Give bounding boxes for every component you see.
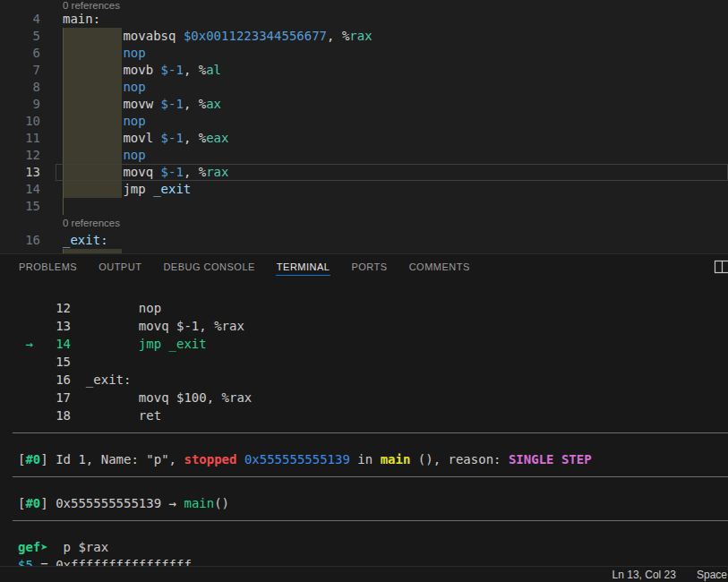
editor-line[interactable]: 7 movb $-1, %al xyxy=(0,62,728,79)
token: 13 movq $-1, %rax xyxy=(18,319,244,333)
token: main: xyxy=(63,12,100,26)
editor-line[interactable]: 12 nop xyxy=(0,147,728,164)
token: ] xyxy=(40,496,56,510)
panel-tab-label: PROBLEMS xyxy=(18,258,78,276)
panel-tab-terminal[interactable]: TERMINAL xyxy=(266,254,341,278)
codelens-label[interactable]: 0 references xyxy=(63,215,728,232)
terminal-separator xyxy=(18,476,728,494)
terminal-line: 16 _exit: xyxy=(18,371,728,389)
line-number: 4 xyxy=(0,11,63,28)
token: jmp xyxy=(63,182,153,196)
codelens-label[interactable]: 0 references xyxy=(63,0,728,11)
panel-tab-label: OUTPUT xyxy=(98,258,142,276)
code-text xyxy=(63,198,728,215)
code-text: movw $-1, %ax xyxy=(63,96,728,113)
line-number: 5 xyxy=(0,28,63,45)
editor-line[interactable]: 14 jmp _exit xyxy=(0,181,728,198)
token: $-1 xyxy=(161,165,184,179)
token: main xyxy=(381,452,411,466)
cursor-position-indicator[interactable]: Ln 13, Col 23 xyxy=(612,569,676,581)
token: movl xyxy=(63,131,161,145)
split-panel-icon[interactable] xyxy=(714,260,728,274)
line-number: 6 xyxy=(0,45,63,62)
editor-line[interactable]: 15 xyxy=(0,198,728,215)
code-text: movl $-1, %eax xyxy=(63,130,728,147)
token xyxy=(63,80,123,94)
editor-line[interactable]: 6 nop xyxy=(0,45,728,62)
code-text: nop xyxy=(63,147,728,164)
token xyxy=(63,148,123,162)
editor-line[interactable]: 10 nop xyxy=(0,113,728,130)
token: rax xyxy=(206,165,228,179)
panel-tab-debug-console[interactable]: DEBUG CONSOLE xyxy=(152,254,265,278)
token: 18 ret xyxy=(18,408,161,423)
terminal-rows: 12 nop 13 movq $-1, %rax → 14 jmp _exit … xyxy=(18,299,728,567)
editor-line[interactable]: 11 movl $-1, %eax xyxy=(0,130,728,147)
token: 17 movq $100, %rax xyxy=(18,390,252,405)
token: main xyxy=(184,496,214,510)
token: nop xyxy=(123,114,145,128)
panel-tab-label: TERMINAL xyxy=(276,258,331,276)
terminal-line: gef➤ p $rax xyxy=(18,538,728,556)
token: al xyxy=(206,63,221,77)
panel-tab-output[interactable]: OUTPUT xyxy=(88,254,152,278)
token: , % xyxy=(184,97,206,111)
token: _exit xyxy=(153,182,191,196)
panel-tab-problems[interactable]: PROBLEMS xyxy=(8,254,88,278)
panel-actions xyxy=(714,260,728,274)
line-number xyxy=(0,249,63,253)
token: → 14 jmp _exit xyxy=(18,337,207,351)
code-text: nop xyxy=(63,45,728,62)
token: 0x555555555139 xyxy=(244,452,350,466)
editor-line[interactable]: 13 movq $-1, %rax xyxy=(0,164,728,181)
token: , % xyxy=(184,131,206,145)
editor-line[interactable]: 9 movw $-1, %ax xyxy=(0,96,728,113)
panel-tab-label: PORTS xyxy=(350,258,388,276)
code-text: _exit: xyxy=(63,232,728,249)
editor-line[interactable]: 5 movabsq $0x0011223344556677, %rax xyxy=(0,28,728,45)
code-text: movabsq $0x0011223344556677, %rax xyxy=(63,28,728,45)
codelens-row: 0 references xyxy=(0,215,728,232)
terminal-line: 13 movq $-1, %rax xyxy=(18,317,728,335)
token xyxy=(63,114,123,128)
terminal[interactable]: 12 nop 13 movq $-1, %rax → 14 jmp _exit … xyxy=(0,278,728,567)
status-bar-right: Ln 13, Col 23 Space xyxy=(612,567,727,582)
token xyxy=(63,46,123,60)
token: movw xyxy=(63,97,161,111)
line-number: 13 xyxy=(0,164,63,181)
editor-line[interactable]: 8 nop xyxy=(0,79,728,96)
token: Id 1, Name: "p", xyxy=(56,452,184,466)
editor-rows: 0 references4main:5 movabsq $0x001122334… xyxy=(0,0,728,253)
token: #0 xyxy=(25,452,40,466)
token: rax xyxy=(349,29,372,43)
token: in xyxy=(350,452,381,466)
terminal-line: 18 ret xyxy=(18,407,728,424)
token: movabsq xyxy=(63,29,184,43)
token: eax xyxy=(206,131,228,145)
code-text: jmp _exit xyxy=(63,181,728,198)
token: #0 xyxy=(25,496,40,510)
line-number: 9 xyxy=(0,96,63,113)
code-text xyxy=(63,249,728,253)
indentation-indicator[interactable]: Space xyxy=(697,569,727,581)
line-number: 10 xyxy=(0,113,63,130)
editor-line[interactable]: 4main: xyxy=(0,11,728,28)
bottom-panel: PROBLEMSOUTPUTDEBUG CONSOLETERMINALPORTS… xyxy=(0,253,728,566)
editor-line[interactable] xyxy=(0,249,728,253)
line-number: 15 xyxy=(0,198,63,215)
token: movb xyxy=(63,63,161,77)
token: $-1 xyxy=(161,63,184,77)
panel-tab-comments[interactable]: COMMENTS xyxy=(398,254,481,278)
terminal-separator xyxy=(18,432,728,450)
terminal-line: 17 movq $100, %rax xyxy=(18,389,728,407)
token: (), reason: xyxy=(410,452,509,466)
editor-line[interactable]: 16_exit: xyxy=(0,232,728,249)
editor[interactable]: 0 references4main:5 movabsq $0x001122334… xyxy=(0,0,728,253)
terminal-line: [#0] 0x555555555139 → main() xyxy=(18,494,728,512)
terminal-line: [#0] Id 1, Name: "p", stopped 0x55555555… xyxy=(18,450,728,468)
panel-tab-ports[interactable]: PORTS xyxy=(340,254,398,278)
terminal-line: → 14 jmp _exit xyxy=(18,335,728,353)
token: p $rax xyxy=(48,540,108,554)
line-number: 14 xyxy=(0,181,63,198)
line-number: 8 xyxy=(0,79,63,96)
